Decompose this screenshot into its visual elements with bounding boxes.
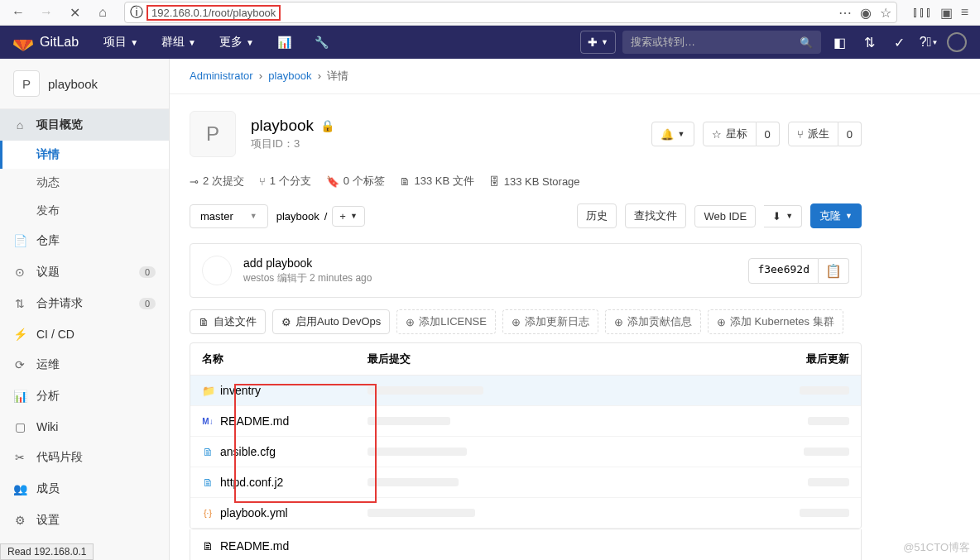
main-content: Administrator › playbook › 详情 P playbook… bbox=[170, 59, 980, 560]
autodevops-button[interactable]: ⚙ 启用Auto DevOps bbox=[272, 309, 390, 334]
sidebar-issues[interactable]: ⊙议题0 bbox=[0, 256, 169, 288]
add-changelog-button[interactable]: ⊕ 添加更新日志 bbox=[502, 309, 598, 334]
library-icon[interactable]: ⫿⫿⫿ bbox=[912, 5, 932, 21]
crumb-project[interactable]: playbook bbox=[268, 69, 311, 82]
stat-commits[interactable]: ⊸ 2 次提交 bbox=[190, 174, 244, 189]
branch-selector[interactable]: master▼ bbox=[190, 204, 268, 228]
stop-button[interactable]: ✕ bbox=[63, 1, 86, 24]
breadcrumb-path: playbook / + ▼ bbox=[276, 206, 365, 227]
add-contributing-button[interactable]: ⊕ 添加贡献信息 bbox=[605, 309, 701, 334]
sidebar-mr[interactable]: ⇅合并请求0 bbox=[0, 288, 169, 319]
last-commit: add playbook westos 编辑于 2 minutes ago f3… bbox=[190, 243, 862, 298]
home-icon: ⌂ bbox=[13, 118, 26, 132]
chart-icon: 📊 bbox=[13, 390, 26, 403]
back-button[interactable]: ← bbox=[7, 1, 30, 24]
sidebar-snippets[interactable]: ✂代码片段 bbox=[0, 442, 169, 473]
sidebar-members[interactable]: 👥成员 bbox=[0, 473, 169, 505]
breadcrumb: Administrator › playbook › 详情 bbox=[170, 59, 980, 94]
readme-badge[interactable]: 🗎 自述文件 bbox=[190, 309, 266, 334]
stat-storage[interactable]: 🗄 133 KB Storage bbox=[489, 174, 580, 189]
help-icon[interactable]: ?⃝ ▼ bbox=[917, 31, 940, 54]
add-file-dropdown[interactable]: + ▼ bbox=[332, 206, 365, 227]
issue-icon: ⊙ bbox=[13, 266, 26, 279]
file-icon: 🗎 bbox=[202, 539, 214, 553]
nav-projects[interactable]: 项目▼ bbox=[95, 35, 147, 50]
reader-icon[interactable]: ◉ bbox=[860, 5, 872, 21]
col-update: 最后更新 bbox=[783, 352, 849, 366]
sidebar-project-header[interactable]: P playbook bbox=[0, 59, 169, 109]
notification-dropdown[interactable]: 🔔▼ bbox=[651, 122, 694, 146]
home-button[interactable]: ⌂ bbox=[91, 1, 114, 24]
search-input[interactable]: 搜索或转到… 🔍 bbox=[622, 31, 821, 54]
nav-more[interactable]: 更多▼ bbox=[211, 35, 262, 50]
file-icon: 🗎 bbox=[202, 446, 214, 458]
nav-groups[interactable]: 群组▼ bbox=[153, 35, 204, 50]
sidebar-settings[interactable]: ⚙设置 bbox=[0, 505, 169, 536]
folder-icon: 📁 bbox=[202, 385, 214, 397]
project-name: playbook bbox=[48, 77, 98, 91]
menu-icon[interactable]: ≡ bbox=[961, 5, 968, 21]
readme-panel: 🗎 README.md bbox=[190, 529, 862, 560]
fork-count[interactable]: 0 bbox=[838, 122, 862, 146]
sidebar-sub-releases[interactable]: 发布 bbox=[0, 197, 169, 225]
copy-sha-button[interactable]: 📋 bbox=[819, 258, 849, 284]
tree-row-folder[interactable]: 📁inventry bbox=[190, 376, 861, 406]
sidebar-sub-details[interactable]: 详情 bbox=[0, 141, 169, 169]
more-icon[interactable]: ⋯ bbox=[838, 5, 852, 21]
markdown-icon: M↓ bbox=[202, 417, 214, 426]
snip-icon: ✂ bbox=[13, 451, 26, 464]
sidebar-analytics[interactable]: 📊分析 bbox=[0, 381, 169, 412]
nav-activity-icon[interactable]: 📊 bbox=[269, 36, 300, 49]
sidebar-icon[interactable]: ▣ bbox=[940, 5, 953, 21]
webide-button[interactable]: Web IDE bbox=[694, 205, 756, 227]
stat-branches[interactable]: ⑂ 1 个分支 bbox=[259, 174, 311, 189]
forward-button[interactable]: → bbox=[35, 1, 58, 24]
stat-tags[interactable]: 🔖 0 个标签 bbox=[326, 174, 385, 189]
sidebar-sub-activity[interactable]: 动态 bbox=[0, 169, 169, 197]
clone-dropdown[interactable]: 克隆 ▼ bbox=[810, 203, 862, 228]
info-icon: ⓘ bbox=[130, 4, 143, 22]
url-bar[interactable]: ⓘ 192.168.0.1/root/playbook ⋯ ◉ ☆ bbox=[124, 2, 897, 23]
stat-files[interactable]: 🗎 133 KB 文件 bbox=[400, 174, 474, 189]
file-icon: 🗎 bbox=[202, 476, 214, 489]
issues-icon[interactable]: ◧ bbox=[828, 31, 851, 54]
commit-message[interactable]: add playbook bbox=[243, 256, 737, 270]
mr-icon[interactable]: ⇅ bbox=[858, 31, 881, 54]
project-sidebar: P playbook ⌂ 项目概览 详情 动态 发布 📄仓库 ⊙议题0 ⇅合并请… bbox=[0, 59, 170, 560]
sidebar-overview[interactable]: ⌂ 项目概览 bbox=[0, 109, 169, 141]
browser-status: Read 192.168.0.1 bbox=[0, 543, 94, 560]
tree-row-httpd[interactable]: 🗎httpd.conf.j2 bbox=[190, 467, 861, 498]
bookmark-icon[interactable]: ☆ bbox=[880, 5, 891, 21]
add-license-button[interactable]: ⊕ 添加LICENSE bbox=[396, 309, 496, 334]
add-k8s-button[interactable]: ⊕ 添加 Kubernetes 集群 bbox=[708, 309, 843, 334]
download-button[interactable]: ⬇ ▼ bbox=[764, 205, 802, 227]
fork-button[interactable]: ⑂ 派生 bbox=[788, 122, 838, 146]
gitlab-logo-icon[interactable] bbox=[13, 32, 33, 52]
gitlab-navbar: GitLab 项目▼ 群组▼ 更多▼ 📊 🔧 ✚ ▼ 搜索或转到… 🔍 ◧ ⇅ … bbox=[0, 26, 980, 59]
crumb-admin[interactable]: Administrator bbox=[190, 69, 253, 82]
user-avatar[interactable] bbox=[947, 32, 967, 52]
sidebar-repo[interactable]: 📄仓库 bbox=[0, 225, 169, 256]
tree-row-playbook[interactable]: {·}playbook.yml bbox=[190, 498, 861, 529]
nav-wrench-icon[interactable]: 🔧 bbox=[306, 36, 337, 49]
tree-row-ansible[interactable]: 🗎ansible.cfg bbox=[190, 437, 861, 467]
commit-author-avatar[interactable] bbox=[202, 256, 232, 285]
commit-meta: westos 编辑于 2 minutes ago bbox=[243, 271, 737, 285]
tree-row-readme[interactable]: M↓README.md bbox=[190, 406, 861, 437]
commit-sha[interactable]: f3ee692d bbox=[748, 258, 819, 284]
star-button[interactable]: ☆ 星标 bbox=[703, 122, 757, 146]
yaml-icon: {·} bbox=[202, 509, 214, 518]
brand-text[interactable]: GitLab bbox=[40, 35, 79, 50]
sidebar-ops[interactable]: ⟳运维 bbox=[0, 349, 169, 381]
lock-icon: 🔒 bbox=[320, 119, 334, 132]
sidebar-wiki[interactable]: ▢Wiki bbox=[0, 412, 169, 442]
file-tree: 名称 最后提交 最后更新 📁inventry M↓README.md 🗎ansi… bbox=[190, 342, 862, 529]
history-button[interactable]: 历史 bbox=[577, 203, 617, 228]
members-icon: 👥 bbox=[13, 482, 26, 495]
col-name: 名称 bbox=[202, 352, 368, 366]
new-dropdown[interactable]: ✚ ▼ bbox=[580, 31, 616, 54]
todo-icon[interactable]: ✓ bbox=[887, 31, 910, 54]
sidebar-cicd[interactable]: ⚡CI / CD bbox=[0, 319, 169, 349]
star-count[interactable]: 0 bbox=[757, 122, 780, 146]
find-file-button[interactable]: 查找文件 bbox=[625, 203, 686, 228]
